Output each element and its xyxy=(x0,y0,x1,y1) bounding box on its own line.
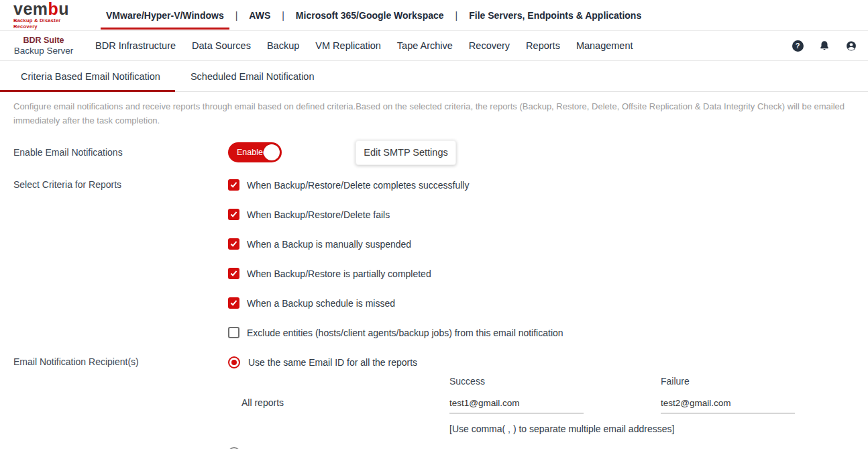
criteria-section-label: Select Criteria for Reports xyxy=(0,179,228,356)
failure-column-header: Failure xyxy=(661,376,690,387)
success-input-cell xyxy=(449,397,661,413)
app-bar: BDR Suite Backup Server BDR Infrastructu… xyxy=(0,31,868,61)
email-notifications-toggle[interactable]: Enabled xyxy=(228,142,282,162)
nav-vm-replication[interactable]: VM Replication xyxy=(307,31,389,60)
main-nav: BDR Infrastructure Data Sources Backup V… xyxy=(87,31,641,60)
success-column-header: Success xyxy=(449,376,661,387)
all-reports-label: All reports xyxy=(241,397,449,413)
header-icons: ? xyxy=(792,40,857,52)
toggle-knob xyxy=(264,144,280,160)
nav-separator: | xyxy=(455,10,458,21)
radio-same-email-id[interactable]: Use the same Email ID for all the report… xyxy=(228,356,795,368)
suite-name: BDR Suite xyxy=(0,36,87,46)
nav-separator: | xyxy=(235,10,238,21)
nav-data-sources[interactable]: Data Sources xyxy=(184,31,259,60)
tab-scheduled-email-notification[interactable]: Scheduled Email Notification xyxy=(175,61,330,91)
suite-badge[interactable]: BDR Suite Backup Server xyxy=(0,36,87,56)
user-account-icon[interactable] xyxy=(845,40,857,52)
edit-smtp-settings-button[interactable]: Edit SMTP Settings xyxy=(356,140,456,165)
page-description: Configure email notifications and receiv… xyxy=(13,99,855,128)
tab-criteria-based-email-notification[interactable]: Criteria Based Email Notification xyxy=(0,61,175,91)
all-reports-row: All reports xyxy=(228,397,795,413)
email-column-headers: Success Failure xyxy=(449,376,795,387)
enable-notifications-row: Enable Email Notifications Enabled Edit … xyxy=(0,140,868,165)
nav-recovery[interactable]: Recovery xyxy=(461,31,518,60)
help-icon[interactable]: ? xyxy=(792,40,804,52)
checkbox-backup-completes-successfully[interactable]: When Backup/Restore/Delete completes suc… xyxy=(228,179,563,191)
nav-separator: | xyxy=(282,10,284,21)
checkbox-exclude-entities[interactable]: Exclude entities (hosts/client agents/ba… xyxy=(228,327,563,338)
success-email-input[interactable] xyxy=(449,397,584,413)
notifications-bell-icon[interactable] xyxy=(818,40,830,52)
checkbox-backup-fails[interactable]: When Backup/Restore/Delete fails xyxy=(228,209,563,220)
vembu-logo-text: vembu xyxy=(13,1,80,17)
recipients-controls: Use the same Email ID for all the report… xyxy=(228,356,795,449)
failure-input-cell xyxy=(661,397,795,413)
nav-tape-archive[interactable]: Tape Archive xyxy=(389,31,461,60)
recipients-section-label: Email Notification Recipient(s) xyxy=(0,356,228,449)
vembu-logo-tagline: Backup & Disaster Recovery xyxy=(13,17,80,30)
product-nav-fileservers[interactable]: File Servers, Endpoints & Applications xyxy=(464,0,647,30)
checkbox-backup-manually-suspended[interactable]: When a Backup is manually suspended xyxy=(228,238,563,250)
tabs-bar: Criteria Based Email Notification Schedu… xyxy=(0,61,868,92)
checkbox-icon xyxy=(228,179,239,191)
checkbox-icon xyxy=(228,238,239,250)
checkbox-icon xyxy=(228,297,239,309)
failure-email-input[interactable] xyxy=(661,397,795,413)
product-nav-m365[interactable]: Microsoft 365/Google Workspace xyxy=(290,0,449,30)
nav-backup[interactable]: Backup xyxy=(259,31,307,60)
checkbox-backup-partially-completed[interactable]: When Backup/Restore is partially complet… xyxy=(228,268,563,279)
checkbox-backup-schedule-missed[interactable]: When a Backup schedule is missed xyxy=(228,297,563,309)
nav-bdr-infrastructure[interactable]: BDR Infrastructure xyxy=(87,31,184,60)
product-nav: VMware/Hyper-V/Windows | AWS | Microsoft… xyxy=(101,0,647,30)
suite-subtitle: Backup Server xyxy=(0,46,87,56)
nav-reports[interactable]: Reports xyxy=(518,31,568,60)
enable-notifications-label: Enable Email Notifications xyxy=(0,147,228,158)
checkbox-icon xyxy=(228,209,239,220)
radio-icon xyxy=(228,356,240,368)
recipients-section: Email Notification Recipient(s) Use the … xyxy=(0,356,868,449)
criteria-email-notification-panel: Configure email notifications and receiv… xyxy=(0,99,868,449)
comma-separator-hint: [Use comma( , ) to separate multiple ema… xyxy=(449,423,795,434)
toggle-state-label: Enabled xyxy=(237,148,268,157)
product-nav-aws[interactable]: AWS xyxy=(243,0,276,30)
checkbox-icon xyxy=(228,327,239,338)
top-bar: vembu Backup & Disaster Recovery VMware/… xyxy=(0,0,868,31)
checkbox-icon xyxy=(228,268,239,279)
criteria-section: Select Criteria for Reports When Backup/… xyxy=(0,179,868,356)
product-nav-vmware[interactable]: VMware/Hyper-V/Windows xyxy=(101,0,229,30)
criteria-checkbox-list: When Backup/Restore/Delete completes suc… xyxy=(228,179,563,356)
nav-management[interactable]: Management xyxy=(568,31,641,60)
vembu-logo[interactable]: vembu Backup & Disaster Recovery xyxy=(13,1,80,30)
